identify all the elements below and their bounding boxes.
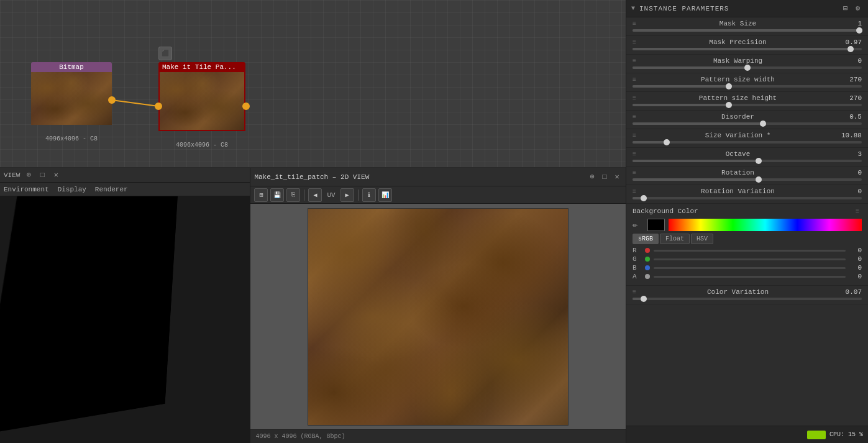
color-mode-srgb[interactable]: sRGB — [633, 234, 659, 244]
tab-environment[interactable]: Environment — [4, 186, 49, 193]
view-3d-close-btn[interactable]: ✕ — [51, 170, 61, 180]
param-slider-6[interactable] — [633, 141, 862, 144]
node-tile-btn[interactable]: ⬛ — [158, 47, 172, 60]
param-label-9: Rotation Variation — [701, 188, 775, 195]
color-swatch[interactable] — [647, 219, 665, 231]
color-mode-float[interactable]: Float — [660, 234, 690, 244]
node-tile-header: Make it Tile Pa... — [158, 62, 245, 72]
param-thumb-1[interactable] — [847, 46, 854, 52]
bg-color-label: Background Color — [633, 208, 698, 215]
port-tile-out[interactable] — [242, 103, 250, 110]
param-label-2: Mask Warping — [713, 57, 762, 65]
param-slider-7[interactable] — [633, 160, 862, 162]
param-row-9: ≡ Rotation Variation 0 — [626, 185, 868, 204]
param-thumb-6[interactable] — [664, 139, 670, 145]
param-value-0: 1 — [837, 20, 862, 27]
param-value-8: 0 — [837, 169, 862, 176]
collapse-arrow[interactable]: ▼ — [631, 5, 636, 12]
param-slider-9[interactable] — [633, 197, 862, 199]
prev-btn[interactable]: ◀ — [308, 188, 322, 202]
color-gradient-bar[interactable] — [669, 219, 862, 231]
info-btn[interactable]: ℹ — [362, 188, 376, 202]
param-value-7: 3 — [837, 150, 862, 158]
param-label-5: Disorder — [721, 113, 754, 121]
right-panel: ▼ INSTANCE PARAMETERS ⊟ ⚙ ≡ Mask Size 1 … — [626, 0, 868, 443]
param-slider-8[interactable] — [633, 178, 862, 181]
param-fill-3 — [633, 85, 729, 88]
view-2d-content — [250, 204, 626, 429]
view-2d-close-btn[interactable]: ✕ — [612, 172, 622, 182]
channel-r-slider[interactable] — [654, 250, 846, 252]
param-slider-2[interactable] — [633, 66, 862, 69]
param-menu-7[interactable]: ≡ — [633, 151, 636, 158]
param-menu-9[interactable]: ≡ — [633, 188, 636, 195]
param-thumb-7[interactable] — [756, 158, 762, 164]
chart-btn[interactable]: 📊 — [378, 188, 392, 202]
node-bitmap-preview — [31, 72, 112, 125]
header-settings-icon[interactable]: ⚙ — [853, 4, 863, 14]
color-variation-menu[interactable]: ≡ — [633, 289, 636, 296]
view-2d-expand-btn[interactable]: □ — [600, 172, 610, 182]
save-btn[interactable]: 💾 — [270, 188, 284, 202]
params-container: ≡ Mask Size 1 ≡ Mask Precision 0.97 ≡ Ma… — [626, 17, 868, 204]
channel-g-dot — [645, 257, 650, 262]
color-variation-slider[interactable] — [633, 298, 862, 300]
node-bitmap[interactable]: Bitmap — [31, 62, 112, 130]
color-mode-hsv[interactable]: HSV — [691, 234, 713, 244]
param-label-row-0: ≡ Mask Size 1 — [633, 20, 862, 27]
param-menu-3[interactable]: ≡ — [633, 76, 636, 83]
texture-info: 4096 x 4096 (RGBA, 8bpc) — [255, 433, 345, 440]
param-fill-7 — [633, 160, 759, 162]
param-thumb-4[interactable] — [726, 102, 732, 108]
port-bitmap-out[interactable] — [108, 96, 116, 104]
param-menu-2[interactable]: ≡ — [633, 58, 636, 65]
param-slider-0[interactable] — [633, 29, 862, 32]
param-thumb-5[interactable] — [760, 121, 766, 127]
view-3d-pin-btn[interactable]: ⊕ — [24, 170, 34, 180]
param-thumb-9[interactable] — [641, 195, 647, 201]
grid-btn[interactable]: ⊞ — [254, 188, 268, 202]
channel-b-dot — [645, 265, 650, 270]
node-bitmap-texture — [31, 72, 112, 125]
param-thumb-2[interactable] — [744, 65, 751, 71]
bg-color-menu[interactable]: ≡ — [856, 208, 859, 215]
param-row-4: ≡ Pattern size height 270 — [626, 92, 868, 111]
channel-a-slider[interactable] — [654, 276, 846, 278]
param-menu-8[interactable]: ≡ — [633, 170, 636, 176]
copy-btn[interactable]: ⎘ — [286, 188, 300, 202]
view-3d-title: VIEW — [4, 171, 20, 179]
param-slider-4[interactable] — [633, 104, 862, 106]
param-thumb-0[interactable] — [856, 27, 862, 34]
tab-renderer[interactable]: Renderer — [95, 186, 128, 193]
param-menu-6[interactable]: ≡ — [633, 132, 636, 139]
param-menu-4[interactable]: ≡ — [633, 95, 636, 102]
port-tile-in[interactable] — [155, 103, 162, 110]
tab-display[interactable]: Display — [58, 186, 86, 193]
param-slider-3[interactable] — [633, 85, 862, 88]
param-thumb-8[interactable] — [756, 176, 762, 183]
node-tile[interactable]: Make it Tile Pa... — [158, 62, 245, 137]
next-btn[interactable]: ▶ — [340, 188, 354, 202]
view-3d-content — [0, 196, 250, 443]
view-2d-pin-btn[interactable]: ⊕ — [587, 172, 597, 182]
param-thumb-3[interactable] — [726, 83, 732, 89]
node-tile-label: 4096x4096 - C8 — [158, 142, 245, 148]
param-menu-5[interactable]: ≡ — [633, 114, 636, 121]
param-label-3: Pattern size width — [701, 76, 775, 83]
header-layout-icon[interactable]: ⊟ — [841, 4, 851, 14]
color-variation-thumb[interactable] — [641, 296, 647, 302]
param-slider-5[interactable] — [633, 122, 862, 125]
param-row-2: ≡ Mask Warping 0 — [626, 55, 868, 73]
channel-b-slider[interactable] — [654, 267, 846, 269]
param-menu-0[interactable]: ≡ — [633, 21, 636, 27]
param-row-5: ≡ Disorder 0.5 — [626, 111, 868, 129]
param-fill-4 — [633, 104, 729, 106]
eyedropper-btn[interactable]: ✏ — [633, 219, 644, 231]
channel-g-slider[interactable] — [654, 258, 846, 260]
param-label-6: Size Variation * — [705, 132, 771, 139]
channel-r-row: R 0 — [633, 247, 862, 254]
view-3d-expand-btn[interactable]: □ — [37, 170, 47, 180]
param-value-3: 270 — [837, 76, 862, 83]
param-slider-1[interactable] — [633, 48, 862, 50]
param-menu-1[interactable]: ≡ — [633, 39, 636, 46]
